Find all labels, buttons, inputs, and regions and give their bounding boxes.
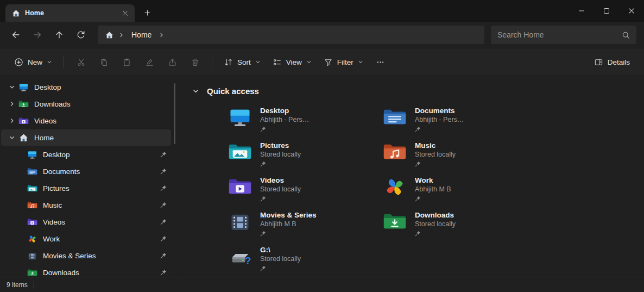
quick-access-tile-movies-series[interactable]: Movies & SeriesAbhijith M B [228,210,383,245]
sidebar-item-music[interactable]: Music [1,197,171,213]
quick-access-tile-pictures[interactable]: PicturesStored locally [228,141,383,176]
sidebar-item-label: Downloads [34,100,71,108]
search-box[interactable] [491,26,636,44]
search-input[interactable] [497,30,617,39]
chevron-right-icon[interactable] [5,117,18,124]
sidebar-item-work[interactable]: Work [1,231,171,247]
paste-button[interactable] [116,53,137,71]
address-bar[interactable]: Home [98,26,484,44]
up-button[interactable] [50,26,68,44]
sidebar-scrollbar[interactable] [174,83,175,144]
chevron-right-icon[interactable] [5,101,18,107]
details-button[interactable]: Details [589,53,635,71]
tile-text: DocumentsAbhijith - Pers… [415,106,464,132]
sidebar-item-label: Videos [43,218,65,226]
icon-work-icon [383,177,407,197]
sidebar-item-label: Work [43,235,60,243]
icon-work-icon [27,234,37,244]
sidebar-item-documents[interactable]: Documents [1,163,171,179]
tile-name: Videos [260,176,301,185]
chevron-down-icon[interactable] [5,84,18,90]
quick-access-tile-downloads[interactable]: DownloadsStored locally [383,210,538,245]
quick-access-tile-videos[interactable]: VideosStored locally [228,176,383,210]
quick-access-title: Quick access [207,86,259,96]
sidebar-item-label: Desktop [43,151,70,159]
breadcrumb-chevron-icon[interactable] [118,32,124,38]
tile-subtitle: Stored locally [415,220,456,229]
chevron-down-icon [306,59,312,65]
folder-desktop-icon [27,150,37,159]
close-button[interactable] [619,0,644,22]
breadcrumb-item-home[interactable]: Home [127,29,156,41]
tile-subtitle: Abhijith - Pers… [260,115,309,125]
quick-access-collapse-icon[interactable] [192,88,199,95]
pin-icon [160,219,167,225]
filter-button[interactable]: Filter [318,53,369,71]
rename-icon [145,58,154,67]
sidebar-item-videos[interactable]: Videos [1,113,171,129]
folder-downloads-icon [383,212,407,232]
tab-home[interactable]: Home [5,4,135,22]
command-bar: New SortViewFilter Details [0,48,644,76]
sidebar-item-label: Downloads [43,269,79,277]
maximize-button[interactable] [594,0,619,22]
status-separator [34,281,34,289]
breadcrumb-home-icon[interactable] [105,31,113,39]
back-button[interactable] [7,26,25,44]
forward-button[interactable] [28,26,47,44]
chevron-down-icon [9,134,15,141]
sidebar-item-videos[interactable]: Videos [1,214,171,230]
breadcrumb-chevron-icon[interactable] [159,32,165,38]
trash-button[interactable] [184,53,206,71]
tile-subtitle: Stored locally [260,254,301,264]
more-icon [376,58,385,67]
new-tab-button[interactable] [139,5,155,20]
share-icon [168,58,177,67]
pin-icon [260,161,266,167]
search-icon[interactable] [622,31,630,39]
folder-desktop-icon [228,107,252,127]
sidebar-item-movies-series[interactable]: Movies & Series [1,247,171,264]
trash-icon [191,58,200,67]
tile-subtitle: Stored locally [415,150,456,159]
quick-access-tile-documents[interactable]: DocumentsAbhijith - Pers… [383,106,538,141]
tab-close-button[interactable] [118,7,131,20]
sidebar-item-desktop[interactable]: Desktop [1,146,171,163]
sidebar-item-desktop[interactable]: Desktop [1,79,171,95]
more-options-button[interactable] [370,53,392,71]
close-icon [123,11,128,16]
new-button[interactable]: New [9,53,58,71]
rename-button[interactable] [138,53,160,71]
folder-pictures-icon [27,184,37,193]
chevron-down-icon[interactable] [5,134,18,141]
folder-music-icon [27,201,37,210]
back-arrow-icon [11,30,21,40]
quick-access-header[interactable]: Quick access [179,82,644,100]
minimize-button[interactable] [569,0,594,22]
cut-button[interactable] [70,53,92,71]
quick-access-tile-desktop[interactable]: DesktopAbhijith - Pers… [228,106,383,141]
folder-downloads-icon [18,100,29,109]
tile-text: Movies & SeriesAbhijith M B [260,210,317,237]
quick-access-tile-work[interactable]: WorkAbhijith M B [383,176,538,210]
home-icon [12,9,20,17]
refresh-button[interactable] [72,26,90,44]
folder-videos-icon [18,116,29,126]
pin-icon [160,202,167,208]
quick-access-tile-music[interactable]: MusicStored locally [383,141,538,176]
status-bar: 9 items [0,277,644,292]
sidebar-item-home[interactable]: Home [1,129,171,146]
sort-button[interactable]: Sort [218,53,266,71]
view-button[interactable]: View [267,53,317,71]
folder-documents-icon [27,167,37,176]
home-icon [18,133,29,142]
copy-button[interactable] [93,53,115,71]
sidebar-item-downloads[interactable]: Downloads [1,96,171,112]
quick-access-tile-g[interactable]: ?G:\Stored locally [228,245,383,277]
sidebar-item-pictures[interactable]: Pictures [1,180,171,196]
quick-access-grid: DesktopAbhijith - Pers…DocumentsAbhijith… [228,106,644,277]
share-button[interactable] [161,53,183,71]
tile-text: MusicStored locally [415,141,456,167]
sidebar-item-downloads[interactable]: Downloads [1,264,171,277]
tile-name: Work [415,176,451,185]
